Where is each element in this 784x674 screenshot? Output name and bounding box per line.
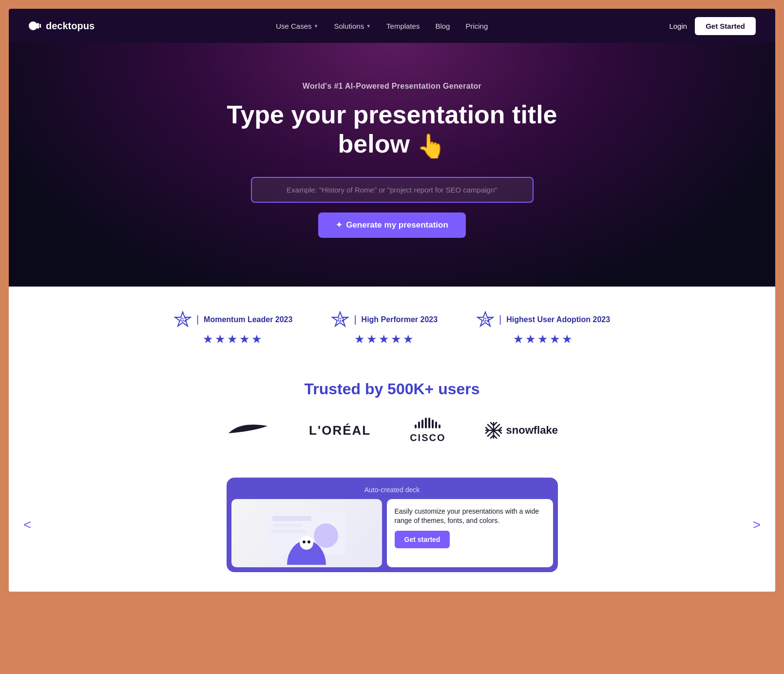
g2-badge-icon: G2 xyxy=(174,311,191,328)
nav-templates[interactable]: Templates xyxy=(386,22,420,30)
trusted-section: Trusted by 500K+ users L'ORÉAL xyxy=(9,366,775,468)
navbar-actions: Login Get Started xyxy=(669,17,756,35)
decktopus-logo-icon xyxy=(28,19,42,33)
login-button[interactable]: Login xyxy=(669,22,687,30)
nav-links: Use Cases ▼ Solutions ▼ Templates Blog P… xyxy=(276,22,488,30)
nav-blog[interactable]: Blog xyxy=(435,22,450,30)
snowflake-icon xyxy=(485,422,502,439)
deck-card-header: Auto-created deck xyxy=(227,478,558,494)
chevron-down-icon: ▼ xyxy=(366,23,371,29)
pointing-emoji: 👆 xyxy=(417,133,446,158)
svg-point-24 xyxy=(300,536,313,550)
awards-section: G2 | Momentum Leader 2023 ★★★★★ G2 | Hig… xyxy=(9,287,775,366)
award-user-adoption-label: Highest User Adoption 2023 xyxy=(506,315,610,324)
award-user-adoption-stars: ★★★★★ xyxy=(513,332,574,346)
get-started-button[interactable]: Get Started xyxy=(695,17,756,35)
award-high-performer: G2 | High Performer 2023 ★★★★★ xyxy=(331,311,438,346)
nav-use-cases[interactable]: Use Cases ▼ xyxy=(276,22,318,30)
deck-card: Auto-created deck xyxy=(227,478,558,572)
nav-pricing[interactable]: Pricing xyxy=(465,22,488,30)
award-high-performer-label: High Performer 2023 xyxy=(362,315,438,324)
svg-rect-1 xyxy=(37,23,39,29)
carousel-next-button[interactable]: > xyxy=(748,512,765,538)
hero-section: World's #1 AI-Powered Presentation Gener… xyxy=(9,43,775,287)
svg-point-0 xyxy=(29,21,38,30)
g2-badge-icon: G2 xyxy=(331,311,349,328)
g2-badge-icon: G2 xyxy=(477,311,494,328)
svg-point-22 xyxy=(314,523,338,548)
cisco-bars-icon xyxy=(415,418,440,428)
nike-logo xyxy=(226,419,270,442)
deck-section: < Auto-created deck xyxy=(9,468,775,592)
svg-rect-20 xyxy=(272,524,302,527)
svg-text:G2: G2 xyxy=(180,317,187,323)
presentation-title-input[interactable] xyxy=(251,177,534,203)
chevron-down-icon: ▼ xyxy=(314,23,319,29)
deck-info-description: Easily customize your presentations with… xyxy=(395,507,545,526)
generate-button[interactable]: ✦ Generate my presentation xyxy=(318,212,466,238)
award-momentum-label: Momentum Leader 2023 xyxy=(204,315,292,324)
svg-rect-19 xyxy=(272,516,311,521)
svg-point-25 xyxy=(303,540,306,543)
hero-subtitle: World's #1 AI-Powered Presentation Gener… xyxy=(303,82,481,91)
hero-input-wrapper xyxy=(251,177,534,203)
navbar: decktopus Use Cases ▼ Solutions ▼ Templa… xyxy=(9,9,775,43)
svg-text:G2: G2 xyxy=(483,317,490,323)
page-frame: decktopus Use Cases ▼ Solutions ▼ Templa… xyxy=(9,9,775,592)
loreal-logo: L'ORÉAL xyxy=(309,423,371,438)
svg-rect-21 xyxy=(272,530,306,533)
svg-text:G2: G2 xyxy=(338,317,344,323)
award-momentum-stars: ★★★★★ xyxy=(203,332,264,346)
logo-text: decktopus xyxy=(46,20,95,32)
cisco-logo: CISCO xyxy=(410,418,445,443)
sparkle-icon: ✦ xyxy=(336,220,342,230)
deck-illustration xyxy=(231,499,382,567)
hero-title: Type your presentation title below 👆 xyxy=(222,100,563,159)
svg-point-26 xyxy=(307,540,310,543)
logo-area: decktopus xyxy=(28,19,95,33)
svg-rect-2 xyxy=(39,24,41,28)
trusted-title: Trusted by 500K+ users xyxy=(28,380,756,398)
deck-get-started-button[interactable]: Get started xyxy=(395,531,450,548)
deck-info-panel: Easily customize your presentations with… xyxy=(387,499,553,567)
award-user-adoption: G2 | Highest User Adoption 2023 ★★★★★ xyxy=(477,311,610,346)
award-high-performer-stars: ★★★★★ xyxy=(354,332,415,346)
carousel-prev-button[interactable]: < xyxy=(19,512,36,538)
snowflake-logo: snowflake xyxy=(485,422,558,439)
brand-logos-row: L'ORÉAL CISCO xyxy=(28,418,756,443)
nav-solutions[interactable]: Solutions ▼ xyxy=(334,22,371,30)
award-momentum: G2 | Momentum Leader 2023 ★★★★★ xyxy=(174,311,292,346)
deck-card-body: Easily customize your presentations with… xyxy=(227,494,558,572)
deck-card-label: Auto-created deck xyxy=(364,486,420,494)
